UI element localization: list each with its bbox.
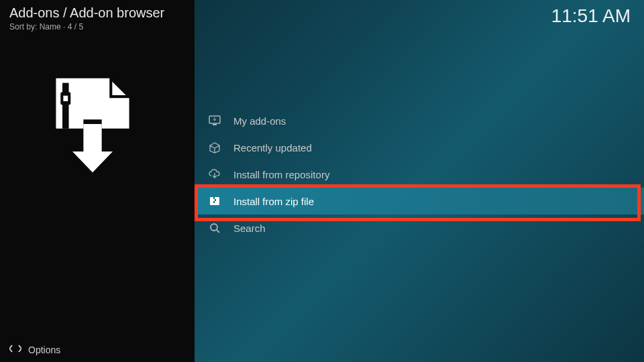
header: Add-ons / Add-on browser Sort by: Name ·… <box>9 5 164 32</box>
sidebar: Add-ons / Add-on browser Sort by: Name ·… <box>0 0 195 362</box>
menu-item-label: Search <box>233 223 266 234</box>
svg-rect-8 <box>213 201 215 203</box>
menu-item-label: Recently updated <box>233 142 312 154</box>
cloud-download-icon <box>208 168 221 181</box>
search-icon <box>208 221 221 235</box>
svg-rect-7 <box>215 199 216 201</box>
monitor-icon <box>208 114 221 127</box>
svg-rect-0 <box>62 83 69 129</box>
menu-item-label: Install from repository <box>233 169 329 180</box>
svg-rect-4 <box>213 124 217 125</box>
svg-rect-6 <box>213 197 215 199</box>
sort-info: Sort by: Name · 4 / 5 <box>9 22 164 32</box>
menu-item-label: Install from zip file <box>233 196 314 207</box>
zip-icon <box>208 194 221 208</box>
menu-item-install-repository[interactable]: Install from repository <box>195 161 644 188</box>
clock: 11:51 AM <box>551 5 631 27</box>
dot-separator: · <box>63 22 68 32</box>
menu-list: My add-ons Recently updated Install from… <box>195 107 644 241</box>
svg-rect-2 <box>63 96 68 101</box>
menu-item-search[interactable]: Search <box>195 215 644 241</box>
sort-value: Name <box>40 22 61 32</box>
options-label: Options <box>28 345 60 355</box>
options-button[interactable]: Options <box>9 344 60 355</box>
breadcrumb: Add-ons / Add-on browser <box>9 5 164 21</box>
svg-point-9 <box>211 224 217 231</box>
menu-item-recently-updated[interactable]: Recently updated <box>195 134 644 161</box>
menu-item-install-zip[interactable]: Install from zip file <box>195 188 644 215</box>
menu-item-my-addons[interactable]: My add-ons <box>195 107 644 134</box>
addon-browser-icon <box>46 74 140 174</box>
sort-label: Sort by: <box>9 22 37 32</box>
list-position: 4 / 5 <box>68 22 83 32</box>
menu-item-label: My add-ons <box>233 115 286 127</box>
options-icon <box>9 344 21 355</box>
box-icon <box>208 141 221 154</box>
